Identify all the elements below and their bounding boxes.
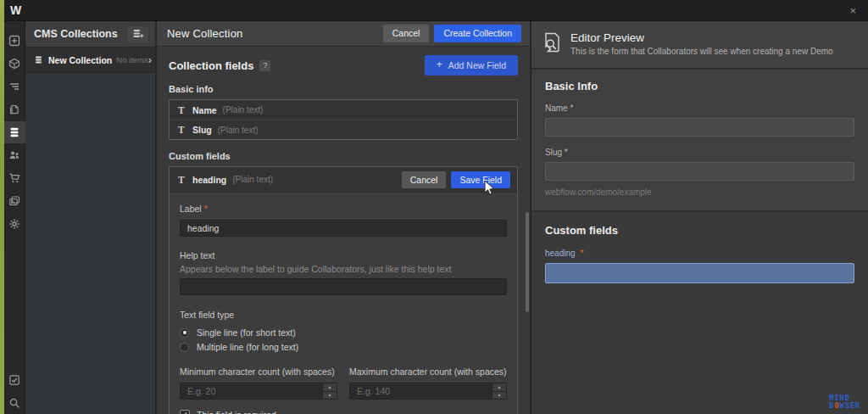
text-field-icon: T (178, 105, 192, 115)
required-asterisk: * (565, 148, 568, 157)
text-field-type-label: Text field type (180, 310, 234, 320)
add-new-field-button[interactable]: + Add New Field (425, 55, 518, 76)
text-field-icon: T (178, 175, 192, 185)
preview-name-input[interactable] (545, 118, 854, 137)
stepper-up-icon[interactable]: ▲ (492, 383, 506, 392)
preview-basic-info-section: Basic Info Name * Slug * webflow.com/dem… (531, 70, 868, 212)
database-plus-icon (132, 29, 144, 39)
ecommerce-cart-icon[interactable] (3, 167, 25, 189)
editor-preview-panel: Editor Preview This is the form that Col… (530, 21, 868, 414)
radio-option-multiple-line[interactable]: Multiple line (for long text) (180, 342, 507, 352)
collection-fields-title: Collection fields (169, 59, 253, 72)
label-field-label: Label (180, 204, 202, 214)
plus-icon: + (437, 61, 442, 70)
pages-icon[interactable] (3, 98, 25, 120)
max-count-input[interactable] (349, 383, 507, 400)
preview-name-label: Name * (545, 104, 854, 113)
field-editor-header: T heading (Plain text) Cancel Save Field (170, 167, 517, 193)
editor-preview-subtitle: This is the form that Collaborators will… (570, 47, 833, 56)
required-asterisk: * (580, 248, 583, 258)
required-asterisk: * (204, 204, 208, 214)
title-bar: W × (0, 0, 868, 21)
radio-option-single-line[interactable]: Single line (for short text) (180, 327, 507, 338)
required-field-checkbox-row[interactable]: ✓ This field is required (180, 410, 507, 414)
required-asterisk: * (570, 104, 573, 113)
collection-item-label: New Collection (48, 55, 112, 65)
basic-info-group-title: Basic info (169, 84, 518, 94)
cms-database-icon[interactable] (3, 121, 25, 143)
field-editor: T heading (Plain text) Cancel Save Field… (169, 166, 518, 414)
help-text-label: Help text (180, 250, 214, 260)
field-type: (Plain text) (223, 105, 264, 115)
preview-slug-label: Slug * (545, 148, 854, 157)
preview-basic-info-title: Basic Info (545, 80, 854, 92)
radio-label: Multiple line (for long text) (197, 342, 298, 352)
search-icon[interactable] (3, 392, 25, 414)
close-icon[interactable]: × (846, 3, 860, 18)
radio-selected-icon[interactable] (180, 328, 189, 338)
min-count-input[interactable] (180, 383, 337, 400)
field-row-name[interactable]: T Name (Plain text) (170, 100, 517, 120)
field-name: Name (192, 105, 217, 115)
field-type: (Plain text) (218, 126, 259, 135)
collection-fields-section: Collection fields ? + Add New Field Basi… (157, 47, 530, 414)
label-input[interactable] (180, 220, 507, 237)
help-text-description: Appears below the label to guide Collabo… (180, 264, 507, 274)
save-field-button[interactable]: Save Field (451, 171, 510, 188)
webflow-designer-window: W × (0, 0, 868, 414)
collection-settings-header: New Collection Cancel Create Collection (157, 21, 530, 47)
radio-label: Single line (for short text) (197, 327, 296, 338)
help-text-input[interactable] (180, 278, 507, 295)
collaborators-icon[interactable] (3, 144, 25, 166)
editor-preview-header: Editor Preview This is the form that Col… (531, 21, 868, 70)
mindbowser-watermark: MIND BOWSER (829, 394, 860, 410)
add-collection-button[interactable] (128, 26, 148, 42)
required-field-label: This field is required (197, 410, 276, 414)
assets-icon[interactable] (3, 190, 25, 212)
audit-check-icon[interactable] (3, 369, 25, 391)
panel-title: New Collection (167, 27, 243, 40)
max-count-stepper[interactable]: ▲ ▼ (492, 383, 506, 399)
preview-custom-fields-title: Custom fields (545, 224, 854, 237)
components-cube-icon[interactable] (3, 53, 25, 75)
preview-slug-hint: webflow.com/demo/example (545, 187, 854, 197)
settings-gear-icon[interactable] (3, 213, 25, 235)
cms-collections-panel: CMS Collections New Collection No items … (25, 21, 157, 414)
editing-field-type: (Plain text) (232, 175, 273, 184)
checkbox-checked-icon[interactable]: ✓ (180, 410, 190, 414)
database-icon (34, 55, 43, 64)
collection-list-item-new-collection[interactable]: New Collection No items › (25, 48, 155, 73)
add-panel-icon[interactable] (3, 30, 25, 52)
basic-fields-list: T Name (Plain text) T Slug (Plain text) (169, 99, 518, 140)
min-count-label: Minimum character count (with spaces) (180, 366, 335, 377)
create-collection-button[interactable]: Create Collection (434, 25, 521, 42)
screen-edge-artifact (0, 0, 4, 414)
preview-slug-input[interactable] (545, 162, 854, 181)
navigator-icon[interactable] (3, 76, 25, 98)
stepper-up-icon[interactable]: ▲ (323, 383, 337, 392)
min-count-stepper[interactable]: ▲ ▼ (322, 383, 337, 399)
stepper-down-icon[interactable]: ▼ (492, 392, 506, 400)
add-new-field-label: Add New Field (448, 60, 506, 70)
stepper-down-icon[interactable]: ▼ (323, 392, 337, 400)
field-name: Slug (192, 125, 212, 135)
collection-item-count: No items (116, 55, 147, 64)
collection-settings-panel: New Collection Cancel Create Collection … (157, 21, 530, 414)
preview-custom-fields-section: Custom fields heading * (531, 212, 868, 295)
scrollbar-thumb[interactable] (526, 212, 529, 312)
radio-unselected-icon[interactable] (180, 343, 189, 352)
cms-collections-title: CMS Collections (34, 28, 118, 40)
text-field-icon: T (178, 125, 192, 135)
preview-heading-input-highlighted[interactable] (545, 263, 854, 283)
cancel-collection-button[interactable]: Cancel (383, 25, 430, 42)
custom-fields-group-title: Custom fields (169, 151, 518, 161)
chevron-right-icon[interactable]: › (148, 54, 152, 65)
cms-collections-header: CMS Collections (25, 21, 155, 48)
cancel-field-button[interactable]: Cancel (402, 171, 447, 188)
max-count-label: Maximum character count (with spaces) (349, 366, 507, 377)
document-magnifier-icon (543, 32, 562, 58)
webflow-logo: W (10, 3, 22, 17)
field-row-slug[interactable]: T Slug (Plain text) (170, 120, 517, 139)
help-icon[interactable]: ? (259, 60, 270, 71)
editor-preview-title: Editor Preview (570, 31, 833, 44)
